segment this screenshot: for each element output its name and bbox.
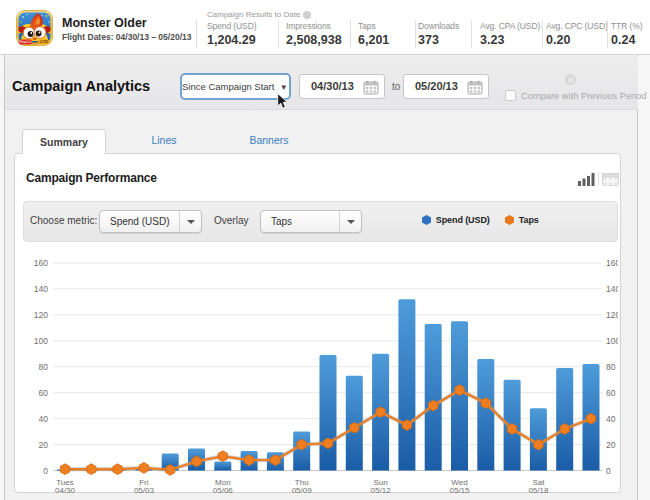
svg-text:60: 60 xyxy=(606,388,616,398)
svg-text:160: 160 xyxy=(34,258,48,268)
svg-text:05/12: 05/12 xyxy=(371,486,392,495)
svg-text:120: 120 xyxy=(34,310,48,320)
svg-text:100: 100 xyxy=(606,336,618,346)
svg-text:160: 160 xyxy=(606,258,618,268)
svg-text:40: 40 xyxy=(39,414,49,424)
svg-text:05/06: 05/06 xyxy=(213,486,234,495)
svg-text:60: 60 xyxy=(39,388,49,398)
svg-text:80: 80 xyxy=(39,362,49,372)
svg-text:0: 0 xyxy=(606,466,611,476)
svg-text:20: 20 xyxy=(39,440,49,450)
svg-text:05/15: 05/15 xyxy=(449,486,470,495)
svg-text:05/09: 05/09 xyxy=(292,486,313,495)
svg-text:140: 140 xyxy=(606,284,618,294)
svg-text:05/03: 05/03 xyxy=(134,486,155,495)
svg-text:04/30: 04/30 xyxy=(55,486,76,495)
svg-text:40: 40 xyxy=(606,414,616,424)
svg-text:100: 100 xyxy=(34,336,48,346)
svg-text:0: 0 xyxy=(43,466,48,476)
svg-text:120: 120 xyxy=(606,310,618,320)
svg-text:20: 20 xyxy=(606,440,616,450)
svg-text:LITE: LITE xyxy=(40,40,49,44)
svg-text:140: 140 xyxy=(34,284,48,294)
svg-text:80: 80 xyxy=(606,362,616,372)
svg-text:NinjaCo: NinjaCo xyxy=(19,40,31,44)
svg-text:05/18: 05/18 xyxy=(528,486,549,495)
